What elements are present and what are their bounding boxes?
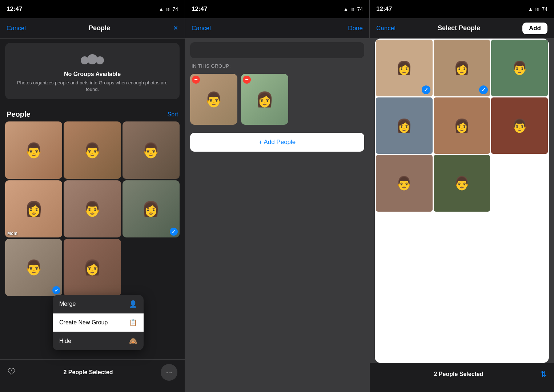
signal-icon-3: ▲ (528, 6, 533, 12)
more-button-1[interactable]: ··· (161, 364, 177, 381)
people-section-title: People (7, 110, 31, 119)
selected-label-3: 2 People Selected (434, 371, 483, 377)
remove-person-1[interactable]: − (192, 76, 200, 84)
group-person-1[interactable]: 👨 − (190, 74, 237, 125)
remove-person-2[interactable]: − (243, 76, 251, 84)
panel2-content: IN THIS GROUP: 👨 − 👩 − + Add People (185, 39, 369, 392)
search-bar[interactable] (190, 42, 364, 58)
sp-cell-6[interactable]: 👨 (491, 97, 548, 154)
battery-icon-2: 74 (357, 6, 363, 12)
person-cell-2[interactable]: 👨 (64, 121, 121, 179)
face-8: 👩 (64, 239, 121, 296)
bottom-toolbar-1: ♡ 2 People Selected ··· (0, 359, 185, 392)
status-bar-2: 12:47 ▲ ≋ 74 (185, 0, 369, 18)
sp-face-5: 👩 (434, 97, 490, 154)
add-people-text: + Add People (259, 139, 296, 146)
battery-icon: 74 (172, 6, 178, 12)
groups-icon-placeholder (80, 51, 105, 67)
sort-icon-3[interactable]: ⇅ (540, 369, 547, 379)
sp-face-6: 👨 (491, 97, 548, 154)
sp-face-3: 👨 (491, 40, 548, 96)
heart-icon[interactable]: ♡ (7, 367, 16, 378)
ctx-hide-label: Hide (59, 338, 71, 344)
panel-group-edit: 12:47 ▲ ≋ 74 Cancel Done IN THIS GROUP: … (185, 0, 369, 392)
sp-cell-3[interactable]: 👨 (491, 40, 548, 96)
face-2: 👨 (64, 121, 121, 179)
people-grid-1: 👨 👨 👨 👩 Mom 👨 👩 👨 (0, 121, 185, 296)
select-people-card: 👩 👩 👨 👩 👩 👨 👨 (375, 39, 549, 363)
person-cell-4[interactable]: 👩 Mom (5, 180, 62, 237)
ctx-create-group[interactable]: Create New Group 📋 (53, 313, 144, 332)
check-badge-6 (170, 228, 178, 236)
sp-cell-1[interactable]: 👩 (376, 40, 433, 96)
context-menu: Merge 👤 Create New Group 📋 Hide 🙈 (53, 295, 144, 350)
no-groups-title: No Groups Available (64, 71, 121, 77)
ctx-merge[interactable]: Merge 👤 (53, 295, 144, 313)
status-time-1: 12:47 (7, 5, 22, 13)
nav-bar-3: Cancel Select People Add (370, 18, 554, 39)
person-cell-5[interactable]: 👨 (64, 180, 121, 237)
group-person-2[interactable]: 👩 − (241, 74, 288, 125)
person-cell-6[interactable]: 👩 (123, 180, 180, 237)
panel3-bottom: 2 People Selected ⇅ (370, 363, 554, 392)
select-people-grid: 👩 👩 👨 👩 👩 👨 👨 (375, 39, 549, 213)
sp-cell-2[interactable]: 👩 (434, 40, 490, 96)
status-time-2: 12:47 (192, 5, 207, 13)
person-cell-1[interactable]: 👨 (5, 121, 62, 179)
status-icons-1: ▲ ≋ 74 (159, 6, 178, 12)
ctx-hide[interactable]: Hide 🙈 (53, 332, 144, 350)
sp-cell-7[interactable]: 👨 (376, 155, 433, 212)
sp-cell-4[interactable]: 👩 (376, 97, 433, 154)
group-people-row: 👨 − 👩 − (185, 71, 369, 128)
create-group-icon: 📋 (129, 319, 137, 327)
person-cell-8[interactable]: 👩 (64, 239, 121, 296)
in-this-group-label: IN THIS GROUP: (185, 58, 369, 71)
face-4: 👩 (5, 180, 62, 237)
no-groups-desc: Photos organizes people and pets into Gr… (11, 80, 174, 93)
wifi-icon-2: ≋ (350, 6, 355, 12)
status-icons-3: ▲ ≋ 74 (528, 6, 547, 12)
sp-cell-5[interactable]: 👩 (434, 97, 490, 154)
cancel-button-3[interactable]: Cancel (376, 25, 396, 32)
status-bar-1: 12:47 ▲ ≋ 74 (0, 0, 185, 18)
battery-icon-3: 74 (542, 6, 547, 12)
sp-cell-8[interactable]: 👨 (434, 155, 490, 212)
no-groups-section: No Groups Available Photos organizes peo… (5, 43, 180, 99)
done-button[interactable]: Done (348, 25, 363, 32)
hide-icon: 🙈 (129, 337, 137, 345)
sp-face-8: 👨 (434, 155, 490, 212)
cancel-button-1[interactable]: Cancel (7, 25, 26, 32)
group-silhouettes (81, 54, 104, 64)
nav-bar-1: Cancel People ✕ (0, 18, 185, 39)
close-button-1[interactable]: ✕ (173, 24, 178, 32)
signal-icon: ▲ (159, 6, 164, 12)
selected-label-1: 2 People Selected (63, 369, 113, 376)
status-time-3: 12:47 (376, 5, 392, 13)
sp-check-1 (422, 85, 430, 94)
add-people-button[interactable]: + Add People (190, 133, 364, 152)
merge-icon: 👤 (129, 300, 137, 308)
people-section-header: People Sort (0, 104, 185, 121)
sort-button[interactable]: Sort (168, 111, 178, 118)
sp-check-2 (479, 85, 488, 94)
ctx-merge-label: Merge (59, 301, 76, 307)
ctx-create-label: Create New Group (59, 319, 108, 326)
person-cell-3[interactable]: 👨 (123, 121, 180, 179)
wifi-icon: ≋ (166, 6, 170, 12)
sp-face-4: 👩 (376, 97, 433, 154)
person-label-mom: Mom (7, 231, 17, 236)
add-button[interactable]: Add (522, 23, 547, 34)
sp-face-7: 👨 (376, 155, 433, 212)
page-title-3: Select People (438, 24, 480, 32)
status-bar-3: 12:47 ▲ ≋ 74 (370, 0, 554, 18)
person-cell-7[interactable]: 👨 (5, 239, 62, 296)
sil-right (96, 56, 104, 64)
status-icons-2: ▲ ≋ 74 (344, 6, 363, 12)
face-1: 👨 (5, 121, 62, 179)
wifi-icon-3: ≋ (535, 6, 539, 12)
nav-bar-2: Cancel Done (185, 18, 369, 39)
face-3: 👨 (123, 121, 180, 179)
cancel-button-2[interactable]: Cancel (192, 25, 211, 32)
signal-icon-2: ▲ (344, 6, 349, 12)
panel-select-people: 12:47 ▲ ≋ 74 Cancel Select People Add 👩 … (369, 0, 554, 392)
